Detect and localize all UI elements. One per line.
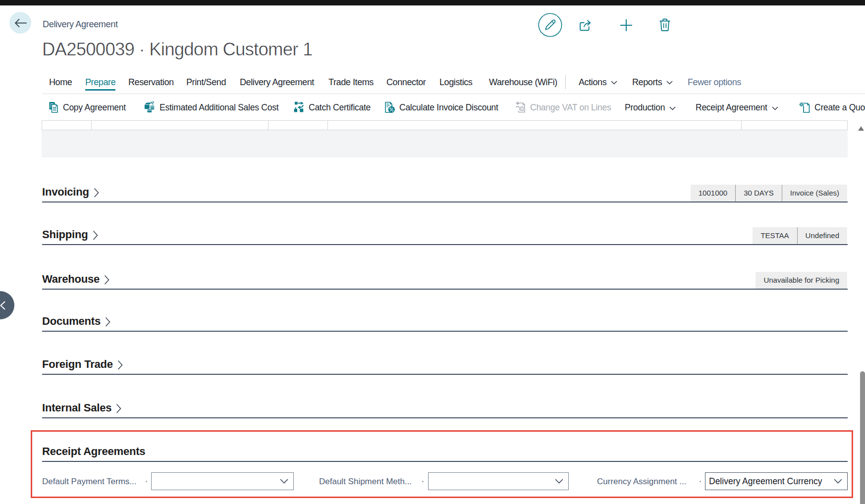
combobox-default-payment-terms[interactable] [151, 472, 294, 490]
field-dot [146, 481, 147, 482]
section-shipping: Shipping TESTAA Undefined [42, 227, 848, 245]
delete-button[interactable] [659, 18, 671, 34]
grid-column-divider [741, 121, 742, 130]
collapse-panel-button[interactable] [0, 291, 14, 319]
menu-actions[interactable]: Actions [579, 77, 617, 91]
menu-reports[interactable]: Reports [632, 77, 673, 91]
back-button[interactable] [9, 12, 31, 34]
share-button[interactable] [579, 19, 593, 34]
section-title: Shipping [42, 227, 88, 242]
tab-reservation[interactable]: Reservation [128, 77, 174, 91]
edit-button[interactable] [538, 13, 562, 39]
chevron-down-icon [666, 81, 673, 85]
section-title: Foreign Trade [42, 357, 113, 372]
section-shipping-header[interactable]: Shipping [42, 227, 99, 242]
section-internal-sales-header[interactable]: Internal Sales [42, 401, 122, 415]
create-quote-icon [799, 101, 811, 113]
combobox-default-shipment-method[interactable] [428, 472, 569, 490]
badge[interactable]: 30 DAYS [735, 185, 782, 202]
badge[interactable]: TESTAA [753, 227, 797, 244]
badge[interactable]: Undefined [797, 227, 847, 244]
tab-trade-items[interactable]: Trade Items [328, 77, 374, 91]
section-title: Documents [42, 314, 101, 329]
chevron-down-icon [280, 479, 288, 484]
section-warehouse-badges: Unavailable for Picking [756, 272, 847, 289]
section-foreign-trade-header[interactable]: Foreign Trade [42, 357, 123, 372]
section-invoicing-header[interactable]: Invoicing [42, 185, 100, 200]
fewer-options-label: Fewer options [688, 77, 741, 88]
section-receipt-agreements-header[interactable]: Receipt Agreements [42, 444, 145, 459]
tab-prepare[interactable]: Prepare [85, 77, 115, 91]
action-label: Create a Quot [814, 101, 865, 113]
trash-icon [659, 18, 671, 32]
section-warehouse-header[interactable]: Warehouse [42, 272, 110, 287]
section-title: Receipt Agreements [42, 444, 145, 459]
action-label: Receipt Agreement [696, 101, 767, 113]
action-copy-agreement[interactable]: Copy Agreement [48, 101, 126, 113]
chevron-down-icon [611, 81, 617, 85]
field-label-currency-assignment: Currency Assignment ... [597, 477, 686, 487]
action-production-menu[interactable]: Production [625, 101, 676, 113]
action-change-vat-on-lines[interactable]: Change VAT on Lines [516, 101, 611, 113]
page-title: DA2500039 · Kingdom Customer 1 [42, 39, 313, 60]
section-documents-header[interactable]: Documents [42, 314, 111, 329]
nav-divider [565, 75, 566, 89]
os-topbar [0, 0, 865, 5]
lines-grid-row[interactable] [42, 120, 848, 130]
page: Delivery Agreement DA2500039 · Kingdom C… [0, 0, 865, 504]
chevron-right-icon [115, 403, 122, 414]
certificate-flow-icon [293, 101, 305, 113]
menu-actions-label: Actions [579, 77, 606, 88]
lines-grid-body [42, 130, 848, 157]
chevron-down-icon [669, 106, 676, 110]
combobox-value: Delivery Agreement Currency [709, 476, 822, 487]
chevron-right-icon [92, 230, 99, 241]
tab-logistics[interactable]: Logistics [439, 77, 472, 91]
tab-print-send[interactable]: Print/Send [186, 77, 226, 91]
action-estimated-additional-sales-cost[interactable]: Estimated Additional Sales Cost [144, 101, 278, 113]
chevron-left-icon [0, 301, 6, 310]
combobox-currency-assignment[interactable]: Delivery Agreement Currency [705, 472, 848, 490]
action-catch-certificate[interactable]: Catch Certificate [293, 101, 371, 113]
fewer-options-link[interactable]: Fewer options [688, 77, 741, 91]
section-internal-sales: Internal Sales [42, 401, 848, 418]
chevron-right-icon [93, 188, 100, 198]
badge[interactable]: Invoice (Sales) [782, 185, 847, 202]
badge[interactable]: Unavailable for Picking [756, 272, 847, 289]
tab-warehouse-wifi[interactable]: Warehouse (WiFi) [489, 77, 557, 91]
grid-column-divider [268, 121, 269, 130]
menu-reports-label: Reports [632, 77, 662, 88]
field-dot [700, 481, 701, 482]
grid-column-divider [91, 121, 92, 130]
breadcrumb[interactable]: Delivery Agreement [43, 19, 118, 30]
nav-separator [42, 94, 865, 94]
tab-home[interactable]: Home [49, 77, 72, 91]
section-documents: Documents [42, 314, 848, 332]
sales-cost-icon [144, 101, 156, 113]
section-invoicing-badges: 1001000 30 DAYS Invoice (Sales) [691, 185, 847, 202]
tab-connector[interactable]: Connector [386, 77, 426, 91]
new-button[interactable] [620, 19, 633, 34]
scrollbar-up-arrow[interactable] [858, 124, 864, 133]
change-vat-icon [516, 101, 526, 113]
action-calculate-invoice-discount[interactable]: Calculate Invoice Discount [384, 101, 498, 113]
scrollbar-thumb[interactable] [860, 371, 865, 504]
tab-delivery-agreement[interactable]: Delivery Agreement [240, 77, 314, 91]
up-triangle-icon [858, 126, 864, 131]
action-label: Calculate Invoice Discount [399, 101, 498, 113]
section-warehouse: Warehouse Unavailable for Picking [42, 272, 848, 290]
chevron-right-icon [116, 360, 123, 370]
action-create-a-quote[interactable]: Create a Quot [799, 101, 865, 113]
section-foreign-trade: Foreign Trade [42, 357, 848, 375]
section-title: Invoicing [42, 185, 89, 200]
action-label: Change VAT on Lines [530, 101, 611, 113]
action-label: Estimated Additional Sales Cost [160, 101, 278, 113]
action-receipt-agreement-menu[interactable]: Receipt Agreement [696, 101, 778, 113]
chevron-right-icon [103, 275, 110, 285]
field-label-default-shipment-method: Default Shipment Meth... [319, 477, 412, 487]
badge[interactable]: 1001000 [691, 185, 735, 202]
invoice-discount-icon [384, 101, 395, 113]
grid-column-divider [327, 121, 328, 130]
chevron-right-icon [104, 317, 111, 327]
field-dot [422, 481, 424, 482]
